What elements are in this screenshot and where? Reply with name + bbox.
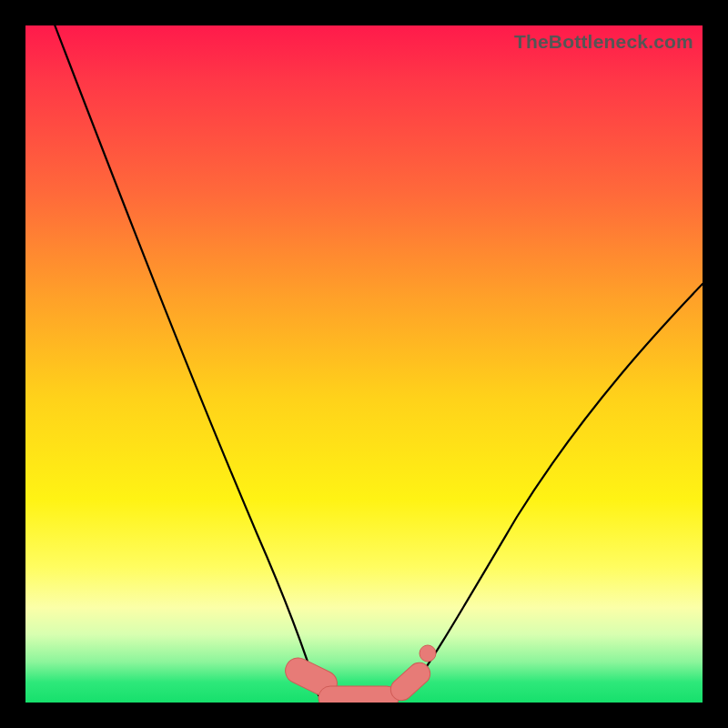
outer-frame: TheBottleneck.com	[0, 0, 728, 728]
plot-area: TheBottleneck.com	[25, 25, 703, 703]
marker-right-dot	[420, 645, 436, 662]
chart-svg	[25, 25, 703, 703]
svg-rect-1	[318, 686, 399, 703]
curve-left-branch	[53, 25, 318, 695]
curve-right-branch	[406, 284, 703, 695]
marker-bottom-pill	[318, 686, 399, 703]
